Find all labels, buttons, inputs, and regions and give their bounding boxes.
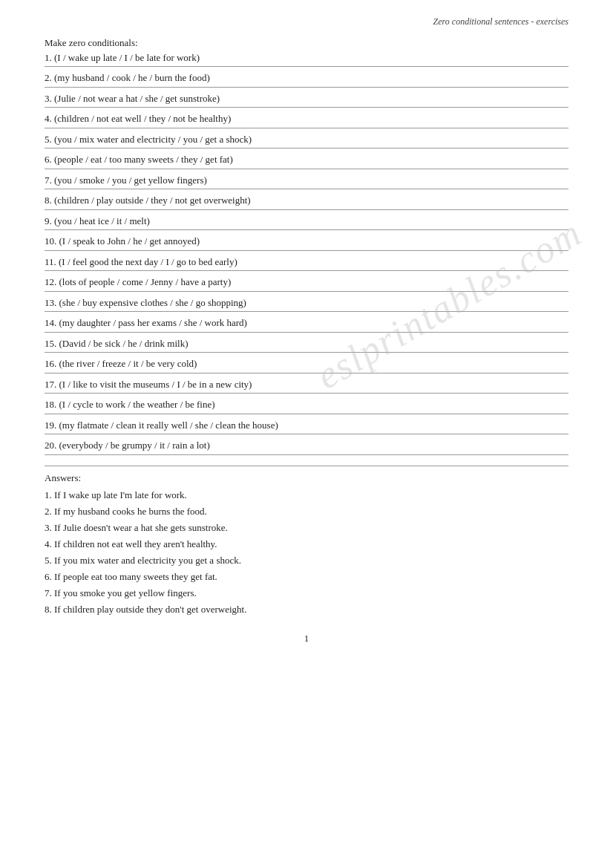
exercise-item-2: 3. (Julie / not wear a hat / she / get s… (45, 88, 568, 108)
exercise-text-14: (David / be sick / he / drink milk) (59, 338, 189, 349)
answers-container: 1. If I wake up late I'm late for work.2… (45, 487, 568, 619)
exercise-text-16: (I / like to visit the museums / I / be … (59, 379, 252, 390)
exercise-text-5: (people / eat / too many sweets / they /… (54, 154, 233, 165)
exercise-list: 1. (I / wake up late / I / be late for w… (45, 52, 568, 67)
exercise-num-8: 9. (45, 215, 54, 226)
page: Zero conditional sentences - exercises M… (0, 0, 613, 868)
exercise-num-2: 3. (45, 93, 54, 104)
exercise-item-17: 18. (I / cycle to work / the weather / b… (45, 394, 568, 414)
exercise-item-19: 20. (everybody / be grumpy / it / rain a… (45, 434, 568, 455)
exercise-item-8: 9. (you / heat ice / it / melt) (45, 210, 568, 231)
answer-item-5: 6. If people eat too many sweets they ge… (45, 569, 568, 585)
exercise-item-13: 14. (my daughter / pass her exams / she … (45, 312, 568, 333)
answer-item-6: 7. If you smoke you get yellow fingers. (45, 585, 568, 601)
exercise-item-3: 4. (children / not eat well / they / not… (45, 108, 568, 128)
exercise-item-6: 7. (you / smoke / you / get yellow finge… (45, 169, 568, 190)
answer-item-7: 8. If children play outside they don't g… (45, 601, 568, 618)
exercise-text-17: (I / cycle to work / the weather / be fi… (59, 399, 215, 410)
exercise-text-13: (my daughter / pass her exams / she / wo… (59, 317, 247, 328)
exercise-item-10: 11. (I / feel good the next day / I / go… (45, 251, 568, 272)
exercise-text-7: (children / play outside / they / not ge… (54, 195, 251, 206)
exercise-text-15: (the river / freeze / it / be very cold) (59, 358, 197, 369)
exercise-num-10: 11. (45, 256, 59, 267)
answers-section: Answers: 1. If I wake up late I'm late f… (45, 466, 568, 619)
instruction-text: Make zero conditionals: (45, 37, 138, 48)
exercise-num-6: 7. (45, 174, 54, 186)
exercise-num-0: 1. (45, 52, 54, 63)
exercise-item-11: 12. (lots of people / come / Jenny / hav… (45, 271, 568, 292)
exercise-text-1: (my husband / cook / he / burn the food) (54, 72, 210, 83)
exercise-text-0: (I / wake up late / I / be late for work… (54, 52, 200, 63)
exercise-text-19: (everybody / be grumpy / it / rain a lot… (59, 440, 210, 451)
exercise-text-18: (my flatmate / clean it really well / sh… (59, 420, 278, 431)
header-title: Zero conditional sentences - exercises (433, 16, 568, 27)
exercise-item-1: 2. (my husband / cook / he / burn the fo… (45, 67, 568, 88)
answers-title: Answers: (45, 472, 568, 484)
exercise-num-3: 4. (45, 113, 54, 124)
answer-item-4: 5. If you mix water and electricity you … (45, 552, 568, 569)
exercise-text-11: (lots of people / come / Jenny / have a … (59, 276, 232, 287)
exercise-num-17: 18. (45, 399, 59, 410)
exercise-text-2: (Julie / not wear a hat / she / get suns… (54, 93, 220, 104)
exercise-item-16: 17. (I / like to visit the museums / I /… (45, 373, 568, 394)
answer-item-3: 4. If children not eat well they aren't … (45, 536, 568, 552)
exercise-text-8: (you / heat ice / it / melt) (54, 215, 150, 226)
exercise-text-6: (you / smoke / you / get yellow fingers) (54, 174, 207, 186)
exercise-item-18: 19. (my flatmate / clean it really well … (45, 414, 568, 435)
exercise-num-5: 6. (45, 154, 54, 165)
exercise-text-10: (I / feel good the next day / I / go to … (59, 256, 237, 267)
exercise-items-container: 2. (my husband / cook / he / burn the fo… (45, 67, 568, 455)
page-number: 1 (45, 633, 568, 645)
section-instruction: Make zero conditionals: (45, 37, 568, 49)
exercise-num-19: 20. (45, 440, 59, 451)
exercise-num-7: 8. (45, 195, 54, 206)
exercise-num-12: 13. (45, 297, 59, 308)
answer-item-0: 1. If I wake up late I'm late for work. (45, 487, 568, 503)
exercise-num-13: 14. (45, 317, 59, 328)
exercise-item-12: 13. (she / buy expensive clothes / she /… (45, 292, 568, 313)
exercise-text-9: (I / speak to John / he / get annoyed) (59, 235, 200, 247)
exercise-item-15: 16. (the river / freeze / it / be very c… (45, 353, 568, 373)
exercise-num-1: 2. (45, 72, 54, 83)
answer-item-1: 2. If my husband cooks he burns the food… (45, 503, 568, 520)
exercise-num-18: 19. (45, 420, 59, 431)
exercise-num-11: 12. (45, 276, 59, 287)
exercise-num-9: 10. (45, 235, 59, 247)
exercise-item-0: 1. (I / wake up late / I / be late for w… (45, 52, 568, 67)
exercise-num-14: 15. (45, 338, 59, 349)
exercise-item-9: 10. (I / speak to John / he / get annoye… (45, 230, 568, 251)
exercise-text-3: (children / not eat well / they / not be… (54, 113, 231, 124)
exercise-num-15: 16. (45, 358, 59, 369)
exercise-text-4: (you / mix water and electricity / you /… (54, 134, 252, 145)
exercise-num-4: 5. (45, 134, 54, 145)
exercise-num-16: 17. (45, 379, 59, 390)
exercise-item-4: 5. (you / mix water and electricity / yo… (45, 128, 568, 149)
answer-item-2: 3. If Julie doesn't wear a hat she gets … (45, 520, 568, 536)
exercise-item-7: 8. (children / play outside / they / not… (45, 189, 568, 210)
exercise-item-14: 15. (David / be sick / he / drink milk) (45, 333, 568, 353)
exercise-item-5: 6. (people / eat / too many sweets / the… (45, 149, 568, 169)
exercise-text-12: (she / buy expensive clothes / she / go … (59, 297, 246, 308)
